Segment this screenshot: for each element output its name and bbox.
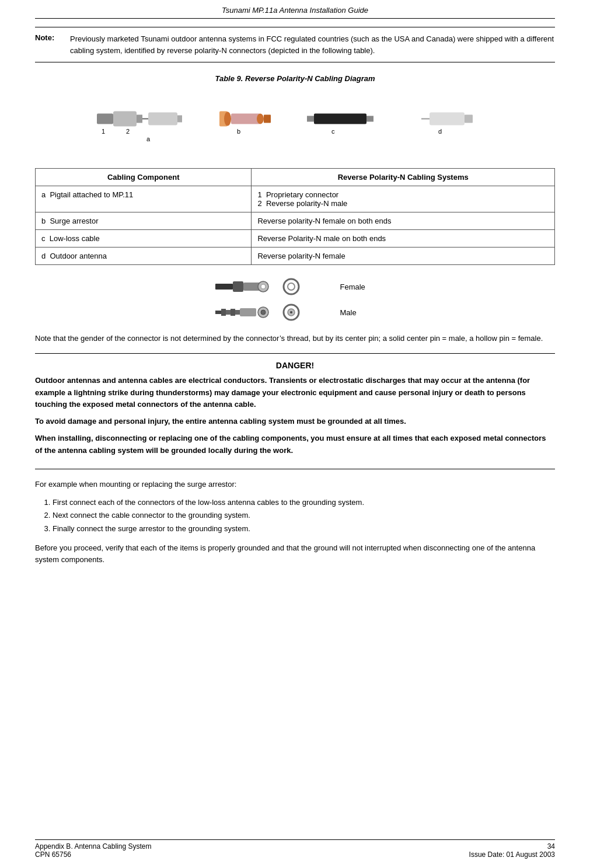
component-a: 1 2 a [97,111,182,142]
component-c-label: c Low-loss cable [36,230,252,247]
svg-rect-24 [233,281,243,292]
table-row: b Surge arrestor Reverse polarity-N fema… [36,212,555,230]
table-title: Table 9. Reverse Polarity-N Cabling Diag… [35,74,555,83]
danger-para-1: Outdoor antennas and antenna cables are … [35,375,555,411]
component-b: b [219,111,271,135]
svg-rect-35 [240,308,256,316]
male-label: Male [340,308,375,317]
table-row: c Low-loss cable Reverse Polarity-N male… [36,230,555,247]
male-row: Male [215,301,375,323]
component-d-label: d Outdoor antenna [36,247,252,265]
footer-page: 34 [469,842,555,850]
footer-date: Issue Date: 01 August 2003 [469,850,555,859]
male-connector-svg [215,301,332,323]
svg-rect-31 [221,309,226,316]
svg-rect-2 [137,115,142,123]
steps-list: First connect each of the connectors of … [53,496,555,535]
svg-rect-20 [465,115,473,123]
cabling-diagram-svg: 1 2 a b c [91,90,500,160]
svg-point-28 [284,279,299,294]
svg-rect-17 [366,116,373,122]
female-row: Female [215,276,375,298]
svg-rect-19 [430,113,465,126]
danger-para-3: When installing, disconnecting or replac… [35,433,555,457]
svg-rect-11 [231,114,260,124]
footer-cpn: CPN 65756 [35,850,151,859]
female-connector-svg [215,276,332,298]
footer-appendix: Appendix B. Antenna Cabling System [35,842,151,850]
svg-text:1: 1 [102,128,105,135]
note-text: Previously marketed Tsunami outdoor ante… [70,33,555,56]
svg-point-27 [261,284,266,289]
danger-para-2: To avoid damage and personal injury, the… [35,416,555,428]
svg-point-40 [290,311,292,313]
component-a-label: a Pigtail attached to MP.11 [36,186,252,212]
step-2: Next connect the cable connector to the … [53,509,555,522]
component-d-system: Reverse polarity-N female [252,247,555,265]
svg-rect-4 [177,116,182,123]
svg-rect-3 [148,113,177,126]
svg-rect-16 [314,114,366,124]
header-title: Tsunami MP.11a Antenna Installation Guid… [222,6,368,15]
svg-text:a: a [146,135,151,142]
col-header-systems: Reverse Polarity-N Cabling Systems [252,169,555,186]
svg-point-37 [261,310,266,315]
svg-text:2: 2 [126,128,130,135]
svg-rect-1 [113,111,137,127]
component-b-label: b Surge arrestor [36,212,252,230]
note-block: Note: Previously marketed Tsunami outdoo… [35,27,555,62]
step-3: Finally connect the surge arrestor to th… [53,522,555,535]
svg-text:c: c [331,128,335,135]
cabling-table: Cabling Component Reverse Polarity-N Cab… [35,168,555,265]
note-label: Note: [35,33,70,56]
svg-rect-34 [235,310,240,315]
component-b-system: Reverse polarity-N female on both ends [252,212,555,230]
svg-text:b: b [237,128,240,135]
page-header: Tsunami MP.11a Antenna Installation Guid… [35,6,555,19]
page-footer: Appendix B. Antenna Cabling System CPN 6… [35,839,555,859]
svg-rect-13 [264,115,271,123]
svg-point-10 [224,112,231,126]
table-row: d Outdoor antenna Reverse polarity-N fem… [36,247,555,265]
component-c: c [307,114,373,135]
example-intro: For example when mounting or replacing t… [35,479,555,491]
component-a-system: 1 Proprietary connector2 Reverse polarit… [252,186,555,212]
footer-left: Appendix B. Antenna Cabling System CPN 6… [35,842,151,859]
danger-block: DANGER! Outdoor antennas and antenna cab… [35,353,555,469]
component-c-system: Reverse Polarity-N male on both ends [252,230,555,247]
diagram-area: 1 2 a b c [35,90,555,160]
svg-rect-15 [307,116,314,122]
svg-point-29 [288,283,295,290]
table-row: a Pigtail attached to MP.11 1 Proprietar… [36,186,555,212]
svg-rect-30 [215,311,221,314]
svg-rect-33 [231,309,235,316]
component-d: d [421,113,473,135]
step-1: First connect each of the connectors of … [53,496,555,509]
svg-point-12 [257,114,264,124]
svg-text:d: d [438,128,442,135]
col-header-component: Cabling Component [36,169,252,186]
danger-title: DANGER! [35,361,555,370]
footer-right: 34 Issue Date: 01 August 2003 [469,842,555,859]
gender-diagram: Female Male [35,276,555,323]
svg-rect-0 [97,114,113,124]
closing-text: Before you proceed, verify that each of … [35,542,555,567]
svg-rect-32 [226,310,231,315]
svg-rect-23 [215,284,233,290]
connector-note: Note that the gender of the connector is… [35,333,555,345]
female-label: Female [340,283,375,291]
